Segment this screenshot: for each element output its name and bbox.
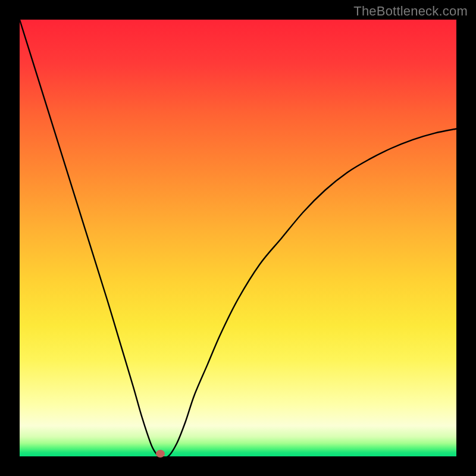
chart-frame: TheBottleneck.com	[0, 0, 476, 476]
watermark-text: TheBottleneck.com	[353, 4, 468, 19]
plot-area	[20, 20, 456, 456]
bottleneck-curve	[20, 20, 456, 456]
minimum-marker	[156, 450, 165, 458]
